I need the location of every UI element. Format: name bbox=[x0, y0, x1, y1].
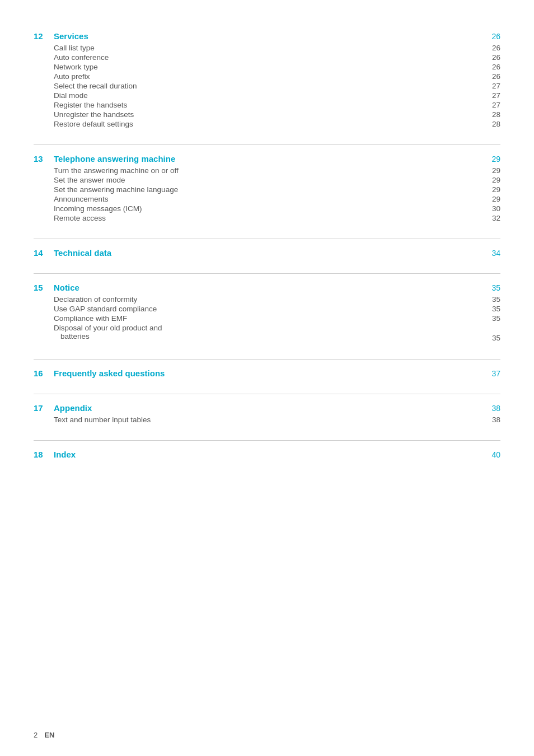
toc-section-16: 16 Frequently asked questions 37 bbox=[34, 360, 500, 378]
footer: 2 EN bbox=[34, 731, 54, 739]
toc-section-14: 14 Technical data 34 bbox=[34, 239, 500, 258]
section-17-header: 17 Appendix 38 bbox=[34, 394, 500, 413]
section-18-page: 40 bbox=[484, 450, 500, 459]
item-label: Select the recall duration bbox=[54, 82, 137, 90]
item-label: Auto conference bbox=[54, 53, 109, 62]
item-page: 35 bbox=[484, 305, 500, 313]
section-17-page: 38 bbox=[484, 404, 500, 413]
section-15-title: Notice bbox=[54, 283, 79, 292]
list-item: Auto conference 26 bbox=[34, 53, 500, 62]
section-16-number: 16 bbox=[34, 368, 54, 378]
toc-section-17: 17 Appendix 38 Text and number input tab… bbox=[34, 394, 500, 424]
section-14-number: 14 bbox=[34, 248, 54, 258]
item-page: 29 bbox=[484, 166, 500, 175]
list-item: Set the answer mode 29 bbox=[34, 175, 500, 185]
item-label: Announcements bbox=[54, 195, 109, 203]
item-page: 29 bbox=[484, 185, 500, 194]
list-item: Announcements 29 bbox=[34, 194, 500, 204]
list-item: Disposal of your old product and batteri… bbox=[34, 323, 500, 343]
list-item: Use GAP standard compliance 35 bbox=[34, 304, 500, 314]
toc-section-18: 18 Index 40 bbox=[34, 441, 500, 459]
list-item: Auto prefix 26 bbox=[34, 72, 500, 81]
list-item: Restore default settings 28 bbox=[34, 119, 500, 129]
section-12-title-group: 12 Services bbox=[34, 31, 88, 41]
toc-section-15: 15 Notice 35 Declaration of conformity 3… bbox=[34, 274, 500, 343]
item-page: 26 bbox=[484, 53, 500, 62]
list-item: Dial mode 27 bbox=[34, 91, 500, 100]
item-label: Auto prefix bbox=[54, 72, 90, 81]
section-12-title: Services bbox=[54, 31, 88, 41]
toc-section-12: 12 Services 26 Call list type 26 Auto co… bbox=[34, 22, 500, 129]
section-14-title-group: 14 Technical data bbox=[34, 248, 111, 258]
item-page: 28 bbox=[484, 120, 500, 128]
list-item: Unregister the handsets 28 bbox=[34, 110, 500, 119]
item-label: Register the handsets bbox=[54, 101, 127, 109]
item-page: 38 bbox=[484, 416, 500, 424]
list-item: Text and number input tables 38 bbox=[34, 415, 500, 424]
section-14-header: 14 Technical data 34 bbox=[34, 239, 500, 258]
section-13-header: 13 Telephone answering machine 29 bbox=[34, 145, 500, 164]
toc-section-13: 13 Telephone answering machine 29 Turn t… bbox=[34, 145, 500, 223]
item-page: 28 bbox=[484, 110, 500, 119]
item-page: 27 bbox=[484, 101, 500, 109]
section-13-number: 13 bbox=[34, 154, 54, 164]
item-label: Remote access bbox=[54, 214, 106, 222]
item-label: Call list type bbox=[54, 44, 95, 52]
section-15-title-group: 15 Notice bbox=[34, 283, 79, 292]
item-label: Incoming messages (ICM) bbox=[54, 204, 142, 213]
item-page: 26 bbox=[484, 63, 500, 71]
section-18-title-group: 18 Index bbox=[34, 450, 76, 459]
section-12-page: 26 bbox=[484, 32, 500, 41]
item-page: 27 bbox=[484, 82, 500, 90]
section-14-page: 34 bbox=[484, 249, 500, 258]
section-17-title: Appendix bbox=[54, 403, 92, 413]
item-label-line2: batteries bbox=[54, 332, 162, 340]
item-page: 32 bbox=[484, 214, 500, 222]
list-item: Call list type 26 bbox=[34, 43, 500, 53]
item-label: Network type bbox=[54, 63, 98, 71]
list-item: Turn the answering machine on or off 29 bbox=[34, 166, 500, 175]
section-17-number: 17 bbox=[34, 403, 54, 413]
section-18-number: 18 bbox=[34, 450, 54, 459]
item-page: 35 bbox=[484, 295, 500, 304]
section-15-header: 15 Notice 35 bbox=[34, 274, 500, 292]
footer-page-number: 2 bbox=[34, 731, 38, 739]
item-label-line1: Disposal of your old product and bbox=[54, 324, 162, 332]
item-page: 35 bbox=[484, 314, 500, 323]
list-item: Set the answering machine language 29 bbox=[34, 185, 500, 194]
item-page: 35 bbox=[484, 324, 500, 342]
page: 12 Services 26 Call list type 26 Auto co… bbox=[0, 0, 534, 756]
list-item: Select the recall duration 27 bbox=[34, 81, 500, 91]
list-item: Incoming messages (ICM) 30 bbox=[34, 204, 500, 213]
list-item: Declaration of conformity 35 bbox=[34, 295, 500, 304]
item-page: 30 bbox=[484, 204, 500, 213]
item-label: Text and number input tables bbox=[54, 416, 151, 424]
list-item: Remote access 32 bbox=[34, 213, 500, 223]
section-18-header: 18 Index 40 bbox=[34, 441, 500, 459]
item-label: Use GAP standard compliance bbox=[54, 305, 157, 313]
item-label: Set the answer mode bbox=[54, 176, 125, 184]
list-item: Network type 26 bbox=[34, 62, 500, 72]
section-14-title: Technical data bbox=[54, 248, 111, 258]
list-item: Compliance with EMF 35 bbox=[34, 314, 500, 323]
item-page: 26 bbox=[484, 72, 500, 81]
section-13-page: 29 bbox=[484, 155, 500, 164]
section-12-header: 12 Services 26 bbox=[34, 22, 500, 41]
item-page: 27 bbox=[484, 91, 500, 100]
section-17-title-group: 17 Appendix bbox=[34, 403, 92, 413]
item-label: Unregister the handsets bbox=[54, 110, 134, 119]
item-page: 29 bbox=[484, 176, 500, 184]
item-page: 26 bbox=[484, 44, 500, 52]
section-16-page: 37 bbox=[484, 369, 500, 378]
section-15-page: 35 bbox=[484, 283, 500, 292]
section-13-title-group: 13 Telephone answering machine bbox=[34, 154, 175, 164]
section-16-header: 16 Frequently asked questions 37 bbox=[34, 360, 500, 378]
item-label: Dial mode bbox=[54, 91, 88, 100]
footer-language: EN bbox=[44, 731, 54, 739]
item-label: Restore default settings bbox=[54, 120, 133, 128]
item-label: Declaration of conformity bbox=[54, 295, 137, 304]
section-13-title: Telephone answering machine bbox=[54, 154, 175, 164]
list-item: Register the handsets 27 bbox=[34, 100, 500, 110]
item-label: Compliance with EMF bbox=[54, 314, 127, 323]
section-18-title: Index bbox=[54, 450, 76, 459]
